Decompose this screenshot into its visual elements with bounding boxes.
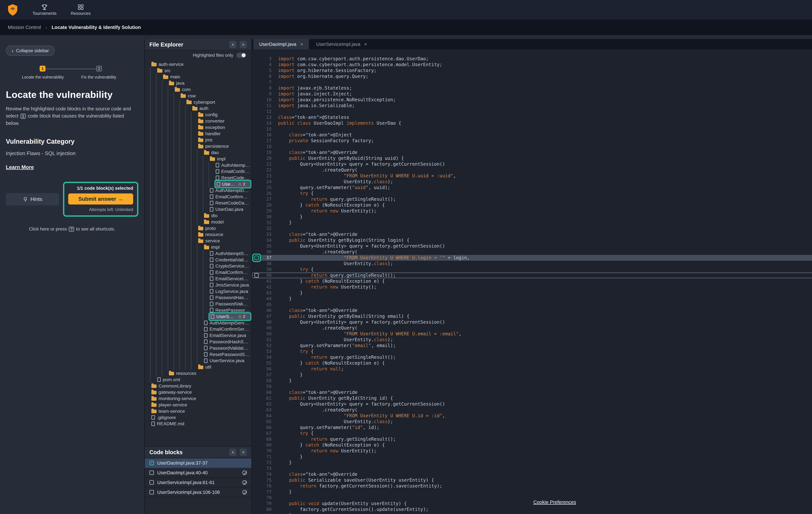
tab-userserviceimpl[interactable]: UserServiceImpl.java × — [310, 39, 373, 49]
next-highlight-button[interactable]: ∨ — [240, 41, 247, 48]
code-block-item-userserviceimpl-java-106-106[interactable]: UserServiceImpl.java:106-106 — [145, 488, 252, 497]
tree-item-label: PasswordValidato… — [215, 301, 250, 306]
tree-item-monitoring-service[interactable]: monitoring-service — [145, 395, 252, 402]
tree-item-readme-md[interactable]: README.md — [145, 421, 252, 427]
next-block-button[interactable]: ∨ — [240, 449, 247, 456]
tree-item-util[interactable]: util — [145, 364, 252, 370]
file-icon — [210, 264, 213, 268]
tree-item-main[interactable]: main — [145, 74, 252, 80]
tree-item-dto[interactable]: dto — [145, 213, 252, 219]
tree-item-src[interactable]: src — [145, 67, 252, 74]
tree-item-label: .gitignore — [157, 415, 176, 420]
prev-block-button[interactable]: ∧ — [229, 449, 236, 456]
prev-highlight-button[interactable]: ∧ — [229, 41, 236, 48]
nav-resources[interactable]: Resources — [71, 4, 91, 16]
code-line-64: 64 "FROM UserEntity U WHERE U.id = :id", — [252, 413, 812, 419]
code-block-checkbox[interactable] — [149, 490, 154, 494]
tree-item-logservice-java[interactable]: LogService.java — [145, 288, 252, 295]
tree-item-proto[interactable]: proto — [145, 225, 252, 232]
tree-item-handler[interactable]: handler — [145, 131, 252, 137]
code-line-37[interactable]: ✓37 "FROM UserEntity U WHERE U.login = '… — [252, 255, 812, 261]
tree-item-emailconfirmservic[interactable]: EmailConfirmServic… — [145, 326, 252, 332]
tree-item-jms[interactable]: jms — [145, 137, 252, 143]
code-block-label: UserDaoImpl.java:37-37 — [157, 460, 208, 466]
file-icon — [210, 258, 213, 262]
tree-item-exception[interactable]: exception — [145, 124, 252, 131]
collapse-sidebar-button[interactable]: ‹ Collapse sidebar — [6, 46, 55, 56]
code-line-40[interactable]: 40 return query.getSingleResult(); — [252, 272, 812, 278]
code-block-checkbox-40[interactable] — [254, 273, 259, 278]
code-block-item-userdaoimpl-java-40-40[interactable]: UserDaoImpl.java:40-40 — [145, 468, 252, 478]
tree-item-persistence[interactable]: persistence — [145, 143, 252, 150]
tree-item-cryptoservice-ja[interactable]: CryptoService.ja… — [145, 263, 252, 269]
tree-item-userservice-java[interactable]: UserService.java — [145, 357, 252, 364]
code-block-checkbox[interactable] — [149, 470, 154, 475]
tree-item-converter[interactable]: converter — [145, 118, 252, 124]
tree-item-authattemptservi[interactable]: AuthAttemptServi… — [145, 250, 252, 257]
code-block-checkbox-37[interactable]: ✓ — [254, 255, 259, 260]
close-tab-icon[interactable]: × — [364, 42, 367, 47]
code-text: class="tok-ann">@Inject — [271, 132, 352, 138]
line-number: 76 — [261, 483, 271, 489]
cookie-preferences-link[interactable]: Cookie Preferences — [533, 499, 576, 505]
tree-item-userservice[interactable]: UserService…⚠2 — [145, 314, 252, 320]
file-icon — [151, 415, 155, 420]
tree-item-authattemptdao[interactable]: AuthAttemptDao… — [145, 162, 252, 168]
app-logo[interactable] — [6, 3, 20, 16]
code-block-checkbox[interactable]: ✓ — [149, 461, 154, 465]
tree-item-java[interactable]: java — [145, 80, 252, 86]
submit-answer-button[interactable]: Submit answer → — [68, 193, 133, 205]
tree-item-gitignore[interactable]: .gitignore — [145, 414, 252, 421]
tree-item-resetcodedao-java[interactable]: ResetCodeDao.java — [145, 200, 252, 206]
tree-item-csw[interactable]: csw — [145, 93, 252, 99]
code-block-item-userdaoimpl-java-37-37[interactable]: ✓UserDaoImpl.java:37-37 — [145, 458, 252, 468]
line-number: 54 — [261, 354, 271, 360]
tree-item-emailconfirmcode[interactable]: EmailConfirmCode… — [145, 194, 252, 200]
learn-more-link[interactable]: Learn More — [6, 164, 34, 170]
tree-item-pom-xml[interactable]: pom.xml — [145, 377, 252, 383]
tree-item-gateway-service[interactable]: gateway-service — [145, 389, 252, 395]
tree-item-commonlibrary[interactable]: CommonLibrary — [145, 383, 252, 389]
tree-item-emailservice-java[interactable]: EmailService.java — [145, 332, 252, 339]
hints-button[interactable]: Hints — [6, 193, 59, 206]
code-block-checkbox[interactable] — [149, 480, 154, 485]
tree-item-credentialvalida[interactable]: CredentialValida… — [145, 257, 252, 263]
code-line-4: 4import com.csw.cybersport.auth.persiste… — [252, 62, 812, 67]
tree-item-label: model — [211, 219, 224, 225]
code-text: public Serializable saveUser(UserEntity … — [271, 477, 434, 483]
code-line-81: 81 } — [252, 512, 812, 514]
tree-item-player-service[interactable]: player-service — [145, 402, 252, 408]
tree-item-resources[interactable]: resources — [145, 370, 252, 377]
tree-item-emailserviceimpl[interactable]: EmailServiceImpl… — [145, 275, 252, 282]
tree-item-team-service[interactable]: team-service — [145, 408, 252, 414]
tree-item-service[interactable]: service — [145, 238, 252, 244]
tree-item-com[interactable]: com — [145, 86, 252, 93]
tree-item-cybersport[interactable]: cybersport — [145, 99, 252, 105]
tree-item-emailconfirmco[interactable]: EmailConfirmCo… — [145, 168, 252, 175]
shortcuts-hint[interactable]: Click here or press ? to see all shortcu… — [6, 226, 138, 232]
tree-item-impl[interactable]: impl — [145, 244, 252, 250]
tree-item-passwordhashservic[interactable]: PasswordHashServic… — [145, 339, 252, 345]
breadcrumb-parent[interactable]: Mission Control — [8, 25, 41, 30]
tab-userdaoimpl[interactable]: UserDaoImpl.java × — [253, 39, 309, 49]
tree-item-auth-service[interactable]: auth-service — [145, 61, 252, 67]
nav-tournaments[interactable]: Tournaments — [32, 4, 57, 16]
tree-item-impl[interactable]: impl — [145, 156, 252, 162]
highlighted-files-toggle[interactable] — [236, 53, 246, 58]
tree-item-resource[interactable]: resource — [145, 232, 252, 238]
tree-item-userdaoim[interactable]: UserDaoIm…⚠2 — [145, 181, 252, 187]
tree-item-passwordvalidato[interactable]: PasswordValidato… — [145, 301, 252, 307]
tree-item-auth[interactable]: auth — [145, 105, 252, 112]
tree-item-config[interactable]: config — [145, 111, 252, 118]
close-tab-icon[interactable]: × — [300, 42, 303, 47]
tree-item-passwordhashserv[interactable]: PasswordHashServ… — [145, 294, 252, 301]
tree-item-jmsservice-java[interactable]: JmsService.java — [145, 282, 252, 288]
tree-item-emailconfirmserv[interactable]: EmailConfirmServ… — [145, 269, 252, 275]
tree-item-label: auth-service — [158, 62, 184, 67]
tree-item-passwordvalidators[interactable]: PasswordValidatorS… — [145, 345, 252, 351]
tree-item-model[interactable]: model — [145, 219, 252, 225]
tree-item-userdao-java[interactable]: UserDao.java — [145, 206, 252, 213]
tree-item-resetpasswordservi[interactable]: ResetPasswordServi… — [145, 351, 252, 358]
tree-item-dao[interactable]: dao — [145, 150, 252, 156]
code-block-item-userserviceimpl-java-61-61[interactable]: UserServiceImpl.java:61-61 — [145, 478, 252, 488]
